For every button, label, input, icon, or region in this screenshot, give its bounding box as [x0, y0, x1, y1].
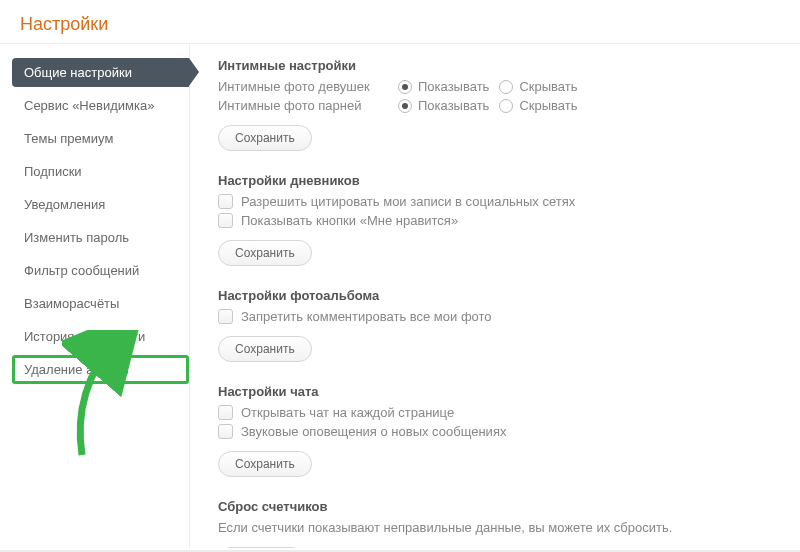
page-title: Настройки: [20, 14, 780, 35]
checkbox-forbid-comments[interactable]: [218, 309, 233, 324]
reset-button[interactable]: Сбросить: [218, 547, 305, 548]
section-album: Настройки фотоальбома Запретить комменти…: [218, 288, 778, 362]
radio-label: Скрывать: [519, 98, 577, 113]
section-title: Настройки фотоальбома: [218, 288, 778, 303]
radio-dot-icon: [499, 80, 513, 94]
section-chat: Настройки чата Открывать чат на каждой с…: [218, 384, 778, 477]
sidebar-item-label: Подписки: [24, 164, 82, 179]
sidebar-item-label: Взаиморасчёты: [24, 296, 119, 311]
page-header: Настройки: [0, 0, 800, 44]
reset-description: Если счетчики показывают неправильные да…: [218, 520, 778, 535]
sidebar-item-subscriptions[interactable]: Подписки: [12, 157, 189, 186]
settings-content: Интимные настройки Интимные фото девушек…: [190, 44, 800, 548]
checkbox-open-chat[interactable]: [218, 405, 233, 420]
checkbox-label: Запретить комментировать все мои фото: [241, 309, 492, 324]
sidebar-item-change-password[interactable]: Изменить пароль: [12, 223, 189, 252]
checkbox-like[interactable]: [218, 213, 233, 228]
radio-dot-icon: [499, 99, 513, 113]
sidebar-item-activity-history[interactable]: История активности: [12, 322, 189, 351]
section-reset-counters: Сброс счетчиков Если счетчики показывают…: [218, 499, 778, 548]
settings-sidebar: Общие настройки Сервис «Невидимка» Темы …: [0, 44, 190, 548]
sidebar-item-label: История активности: [24, 329, 145, 344]
sidebar-item-label: Уведомления: [24, 197, 105, 212]
sidebar-item-delete-profile[interactable]: Удаление анкеты: [12, 355, 189, 384]
sidebar-item-label: Сервис «Невидимка»: [24, 98, 154, 113]
intimate-boys-label: Интимные фото парней: [218, 98, 388, 113]
intimate-girls-label: Интимные фото девушек: [218, 79, 388, 94]
checkbox-quote[interactable]: [218, 194, 233, 209]
radio-girls-hide[interactable]: Скрывать: [499, 79, 577, 94]
sidebar-item-message-filter[interactable]: Фильтр сообщений: [12, 256, 189, 285]
checkbox-label: Показывать кнопки «Мне нравится»: [241, 213, 458, 228]
save-button[interactable]: Сохранить: [218, 336, 312, 362]
radio-dot-icon: [398, 99, 412, 113]
sidebar-item-label: Удаление анкеты: [24, 362, 129, 377]
checkbox-label: Разрешить цитировать мои записи в социал…: [241, 194, 575, 209]
section-intimate: Интимные настройки Интимные фото девушек…: [218, 58, 778, 151]
section-diaries: Настройки дневников Разрешить цитировать…: [218, 173, 778, 266]
save-button[interactable]: Сохранить: [218, 125, 312, 151]
sidebar-item-label: Темы премиум: [24, 131, 113, 146]
section-title: Настройки чата: [218, 384, 778, 399]
sidebar-item-label: Фильтр сообщений: [24, 263, 139, 278]
sidebar-item-billing[interactable]: Взаиморасчёты: [12, 289, 189, 318]
save-button[interactable]: Сохранить: [218, 240, 312, 266]
radio-label: Показывать: [418, 98, 489, 113]
sidebar-item-label: Общие настройки: [24, 65, 132, 80]
radio-label: Скрывать: [519, 79, 577, 94]
radio-girls-show[interactable]: Показывать: [398, 79, 489, 94]
section-title: Интимные настройки: [218, 58, 778, 73]
checkbox-label: Открывать чат на каждой странице: [241, 405, 454, 420]
radio-label: Показывать: [418, 79, 489, 94]
sidebar-item-premium-themes[interactable]: Темы премиум: [12, 124, 189, 153]
radio-dot-icon: [398, 80, 412, 94]
radio-boys-show[interactable]: Показывать: [398, 98, 489, 113]
sidebar-item-notifications[interactable]: Уведомления: [12, 190, 189, 219]
checkbox-sound[interactable]: [218, 424, 233, 439]
radio-boys-hide[interactable]: Скрывать: [499, 98, 577, 113]
section-title: Сброс счетчиков: [218, 499, 778, 514]
sidebar-item-label: Изменить пароль: [24, 230, 129, 245]
sidebar-item-invisible[interactable]: Сервис «Невидимка»: [12, 91, 189, 120]
save-button[interactable]: Сохранить: [218, 451, 312, 477]
checkbox-label: Звуковые оповещения о новых сообщениях: [241, 424, 506, 439]
sidebar-item-general[interactable]: Общие настройки: [12, 58, 189, 87]
section-title: Настройки дневников: [218, 173, 778, 188]
